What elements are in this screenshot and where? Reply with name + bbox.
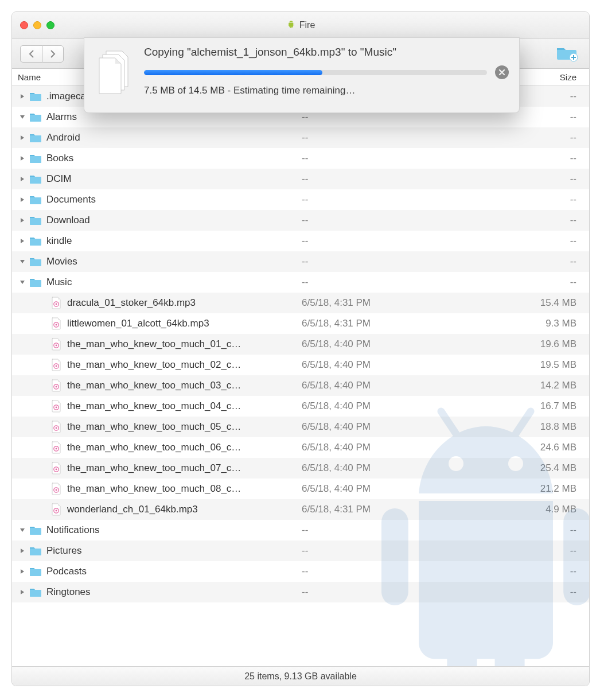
- disclosure-triangle-icon[interactable]: [18, 257, 27, 266]
- file-name: DCIM: [46, 173, 71, 185]
- folder-icon: [29, 255, 42, 268]
- file-name: kindle: [46, 235, 72, 247]
- folder-plus-icon: [555, 44, 578, 64]
- file-name: Music: [46, 277, 72, 288]
- file-name: the_man_who_knew_too_much_02_c…: [67, 359, 241, 371]
- folder-icon: [29, 111, 42, 123]
- file-name: Podcasts: [46, 566, 87, 577]
- dialog-subtitle: 7.5 MB of 14.5 MB - Estimating time rema…: [144, 85, 509, 96]
- forward-button[interactable]: [42, 45, 64, 63]
- disclosure-triangle-icon[interactable]: [18, 133, 27, 142]
- disclosure-spacer: [38, 319, 48, 328]
- file-row[interactable]: the_man_who_knew_too_much_05_c…6/5/18, 4…: [12, 417, 589, 437]
- folder-icon: [29, 214, 42, 227]
- disclosure-triangle-icon[interactable]: [18, 278, 27, 287]
- file-row[interactable]: the_man_who_knew_too_much_07_c…6/5/18, 4…: [12, 458, 589, 479]
- file-name: the_man_who_knew_too_much_06_c…: [67, 442, 241, 453]
- disclosure-spacer: [38, 381, 48, 390]
- disclosure-triangle-icon[interactable]: [18, 567, 27, 576]
- svg-point-4: [56, 324, 57, 326]
- back-button[interactable]: [20, 45, 42, 63]
- zoom-window-button[interactable]: [46, 21, 54, 29]
- file-date: 6/5/18, 4:40 PM: [302, 400, 505, 412]
- audio-file-icon: [50, 421, 63, 433]
- dialog-title: Copying "alchemist_1_jonson_64kb.mp3" to…: [144, 46, 509, 59]
- folder-icon: [29, 235, 42, 247]
- file-row[interactable]: Ringtones----: [12, 582, 589, 602]
- file-row[interactable]: Books----: [12, 148, 589, 169]
- file-row[interactable]: Android----: [12, 127, 589, 148]
- svg-point-14: [56, 427, 57, 429]
- file-name: Download: [46, 215, 90, 226]
- file-name: Books: [46, 153, 73, 164]
- file-row[interactable]: Music----: [12, 272, 589, 293]
- file-size: 16.7 MB: [505, 400, 589, 412]
- file-row[interactable]: DCIM----: [12, 169, 589, 189]
- file-name: Notifications: [46, 524, 100, 536]
- file-row[interactable]: the_man_who_knew_too_much_03_c…6/5/18, 4…: [12, 375, 589, 396]
- file-row[interactable]: Pictures----: [12, 540, 589, 561]
- file-date: --: [302, 277, 505, 288]
- disclosure-spacer: [38, 340, 48, 349]
- file-row[interactable]: the_man_who_knew_too_much_01_c…6/5/18, 4…: [12, 334, 589, 355]
- disclosure-spacer: [38, 464, 48, 473]
- disclosure-spacer: [38, 443, 48, 452]
- audio-file-icon: [50, 503, 63, 516]
- status-bar: 25 items, 9.13 GB available: [12, 666, 589, 686]
- file-size: 14.2 MB: [505, 380, 589, 391]
- disclosure-triangle-icon[interactable]: [18, 174, 27, 184]
- folder-icon: [29, 565, 42, 578]
- disclosure-triangle-icon[interactable]: [18, 236, 27, 246]
- file-row[interactable]: the_man_who_knew_too_much_06_c…6/5/18, 4…: [12, 437, 589, 458]
- file-row[interactable]: Documents----: [12, 189, 589, 210]
- file-row[interactable]: Download----: [12, 210, 589, 231]
- file-date: --: [302, 194, 505, 205]
- audio-file-icon: [50, 379, 63, 392]
- file-name: Pictures: [46, 545, 81, 557]
- disclosure-triangle-icon[interactable]: [18, 92, 27, 101]
- audio-file-icon: [50, 359, 63, 371]
- audio-file-icon: [50, 462, 63, 475]
- file-row[interactable]: wonderland_ch_01_64kb.mp36/5/18, 4:31 PM…: [12, 499, 589, 520]
- file-row[interactable]: Podcasts----: [12, 561, 589, 582]
- status-text: 25 items, 9.13 GB available: [244, 671, 357, 682]
- file-date: --: [302, 173, 505, 185]
- disclosure-spacer: [38, 422, 48, 431]
- documents-stack-icon: [95, 46, 135, 98]
- file-date: --: [302, 586, 505, 598]
- disclosure-spacer: [38, 360, 48, 370]
- file-row[interactable]: the_man_who_knew_too_much_08_c…6/5/18, 4…: [12, 479, 589, 499]
- file-name: the_man_who_knew_too_much_07_c…: [67, 462, 241, 474]
- file-name: Alarms: [46, 111, 77, 123]
- disclosure-triangle-icon[interactable]: [18, 195, 27, 204]
- file-date: 6/5/18, 4:40 PM: [302, 339, 505, 350]
- file-name: the_man_who_knew_too_much_01_c…: [67, 339, 241, 350]
- file-size: 4.9 MB: [505, 504, 589, 515]
- file-row[interactable]: the_man_who_knew_too_much_02_c…6/5/18, 4…: [12, 355, 589, 375]
- minimize-window-button[interactable]: [33, 21, 41, 29]
- folder-icon: [29, 524, 42, 536]
- file-row[interactable]: Notifications----: [12, 520, 589, 540]
- file-row[interactable]: the_man_who_knew_too_much_04_c…6/5/18, 4…: [12, 396, 589, 417]
- file-name: dracula_01_stoker_64kb.mp3: [67, 297, 196, 309]
- file-size: --: [505, 111, 589, 123]
- file-row[interactable]: dracula_01_stoker_64kb.mp36/5/18, 4:31 P…: [12, 293, 589, 313]
- disclosure-triangle-icon[interactable]: [18, 154, 27, 163]
- file-size: --: [505, 586, 589, 598]
- disclosure-triangle-icon[interactable]: [18, 588, 27, 597]
- close-window-button[interactable]: [20, 21, 28, 29]
- new-folder-button[interactable]: [552, 42, 581, 65]
- file-size: --: [505, 194, 589, 205]
- disclosure-triangle-icon[interactable]: [18, 526, 27, 535]
- file-row[interactable]: littlewomen_01_alcott_64kb.mp36/5/18, 4:…: [12, 313, 589, 334]
- file-size: --: [505, 235, 589, 247]
- disclosure-triangle-icon[interactable]: [18, 112, 27, 122]
- cancel-copy-button[interactable]: [495, 65, 509, 79]
- file-row[interactable]: kindle----: [12, 231, 589, 251]
- audio-file-icon: [50, 297, 63, 309]
- disclosure-triangle-icon[interactable]: [18, 216, 27, 225]
- file-date: 6/5/18, 4:31 PM: [302, 318, 505, 329]
- disclosure-triangle-icon[interactable]: [18, 546, 27, 555]
- file-row[interactable]: Movies----: [12, 251, 589, 272]
- file-size: 19.6 MB: [505, 339, 589, 350]
